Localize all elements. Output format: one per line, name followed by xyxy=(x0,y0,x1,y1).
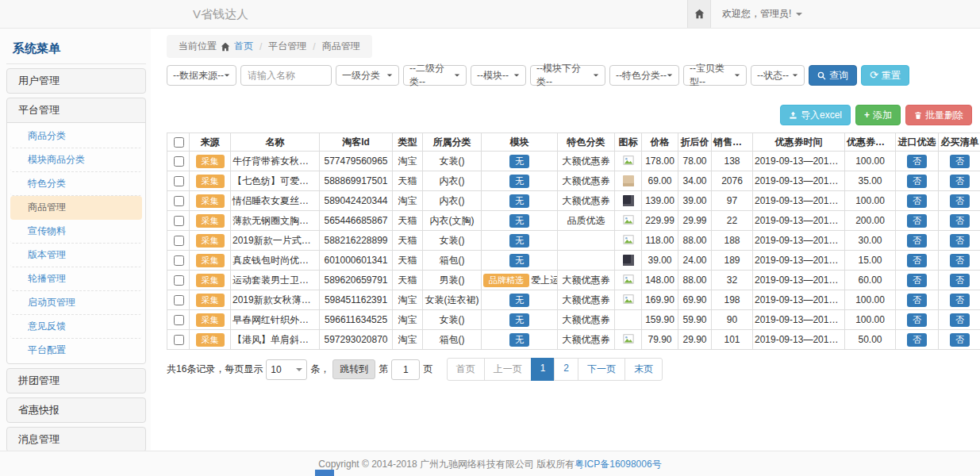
import-select-toggle[interactable]: 否 xyxy=(907,254,927,267)
row-checkbox[interactable] xyxy=(174,335,184,345)
reset-button[interactable]: ⟳ 重置 xyxy=(861,65,909,86)
must-buy-toggle[interactable]: 否 xyxy=(950,194,970,208)
sidebar-section-header-省惠快报[interactable]: 省惠快报 xyxy=(7,398,145,422)
broken-image-icon xyxy=(623,333,634,344)
must-buy-toggle[interactable]: 否 xyxy=(950,214,970,228)
batch-delete-button[interactable]: 批量删除 xyxy=(905,105,972,125)
select-all-checkbox[interactable] xyxy=(174,137,184,148)
module-none-badge[interactable]: 无 xyxy=(509,234,529,248)
add-button[interactable]: + 添加 xyxy=(855,105,901,125)
sidebar-section-header-用户管理[interactable]: 用户管理 xyxy=(7,69,145,93)
import-select-toggle[interactable]: 否 xyxy=(907,175,927,188)
module-none-badge[interactable]: 无 xyxy=(509,155,529,168)
discount-price-cell: 78.00 xyxy=(678,152,712,171)
name-search-input[interactable] xyxy=(240,65,332,86)
sidebar-section-header-消息管理[interactable]: 消息管理 xyxy=(7,428,145,451)
import-select-toggle[interactable]: 否 xyxy=(907,234,927,248)
import-select-toggle[interactable]: 否 xyxy=(907,155,927,168)
must-buy-toggle[interactable]: 否 xyxy=(950,234,970,248)
home-button[interactable] xyxy=(687,0,711,28)
row-checkbox[interactable] xyxy=(174,295,184,305)
row-checkbox[interactable] xyxy=(174,236,184,246)
price-cell: 139.00 xyxy=(642,191,678,211)
jump-page-input[interactable] xyxy=(391,359,420,380)
sidebar-section-header-平台管理[interactable]: 平台管理 xyxy=(7,98,145,122)
module-none-badge[interactable]: 无 xyxy=(509,194,529,208)
module-content: 品牌精选爱上运动 xyxy=(483,274,555,287)
discount-price-cell: 88.00 xyxy=(678,271,712,290)
sidebar-item-轮播管理[interactable]: 轮播管理 xyxy=(10,267,142,291)
import-select-toggle[interactable]: 否 xyxy=(907,294,927,307)
row-checkbox[interactable] xyxy=(174,196,184,206)
type-cell: 天猫 xyxy=(393,211,423,231)
page-button-2[interactable]: 2 xyxy=(554,358,578,381)
source-badge: 采集 xyxy=(196,214,225,228)
page-button-下一页[interactable]: 下一页 xyxy=(578,358,625,381)
filter-select-数据来源[interactable]: --数据来源-- xyxy=(167,65,236,86)
filter-select-模块下分类[interactable]: --模块下分类-- xyxy=(530,65,605,86)
jump-button[interactable]: 跳转到 xyxy=(332,359,375,379)
must-buy-toggle[interactable]: 否 xyxy=(950,254,970,267)
filter-select-特色分类[interactable]: --特色分类-- xyxy=(609,65,679,86)
per-page-select[interactable]: 10 xyxy=(266,359,307,380)
category-cell: 箱包() xyxy=(423,251,482,271)
import-select-toggle[interactable]: 否 xyxy=(907,333,927,347)
must-buy-toggle[interactable]: 否 xyxy=(950,155,970,168)
filter-select-二级分类[interactable]: --二级分类-- xyxy=(403,65,467,86)
sidebar-item-模块商品分类[interactable]: 模块商品分类 xyxy=(10,148,142,172)
product-thumbnail xyxy=(623,195,634,206)
table-row: 采集牛仔背带裤女秋装减龄...577479560965淘宝女装()无大额优惠券1… xyxy=(167,152,980,171)
home-icon xyxy=(694,9,705,19)
sidebar-item-商品分类[interactable]: 商品分类 xyxy=(10,125,142,148)
sidebar-item-宣传物料[interactable]: 宣传物料 xyxy=(10,220,142,244)
sidebar-item-商品管理[interactable]: 商品管理 xyxy=(10,196,142,220)
row-checkbox[interactable] xyxy=(174,275,184,286)
must-buy-toggle[interactable]: 否 xyxy=(950,313,970,327)
import-select-toggle[interactable]: 否 xyxy=(907,194,927,208)
page-button-1[interactable]: 1 xyxy=(531,358,555,381)
import-select-toggle[interactable]: 否 xyxy=(907,274,927,287)
row-checkbox[interactable] xyxy=(174,176,184,186)
sidebar-section-header-拼团管理[interactable]: 拼团管理 xyxy=(7,369,145,393)
caret-down-icon xyxy=(667,74,672,76)
page-button-末页[interactable]: 末页 xyxy=(625,358,663,381)
must-buy-toggle[interactable]: 否 xyxy=(950,333,970,347)
filter-select-状态[interactable]: --状态-- xyxy=(751,65,805,86)
search-button[interactable]: 查询 xyxy=(809,65,857,86)
source-badge: 采集 xyxy=(196,175,225,188)
filter-select-一级分类[interactable]: 一级分类 xyxy=(336,65,399,86)
row-checkbox[interactable] xyxy=(174,156,184,167)
module-none-badge[interactable]: 无 xyxy=(509,175,529,188)
must-buy-toggle[interactable]: 否 xyxy=(950,294,970,307)
row-checkbox[interactable] xyxy=(174,216,184,226)
import-excel-button[interactable]: 导入excel xyxy=(780,105,851,125)
module-none-badge[interactable]: 无 xyxy=(509,214,529,228)
filter-select-宝贝类型[interactable]: --宝贝类型-- xyxy=(683,65,747,86)
row-checkbox[interactable] xyxy=(174,255,184,266)
row-checkbox[interactable] xyxy=(174,315,184,325)
filter-select-模块[interactable]: --模块-- xyxy=(471,65,526,86)
module-none-badge[interactable]: 无 xyxy=(509,313,529,327)
sidebar-item-平台配置[interactable]: 平台配置 xyxy=(10,339,142,362)
must-buy-toggle[interactable]: 否 xyxy=(950,175,970,188)
import-select-cell: 否 xyxy=(896,231,939,251)
import-select-toggle[interactable]: 否 xyxy=(907,313,927,327)
name-cell: 2019新款一片式系... xyxy=(231,231,320,251)
icp-link[interactable]: 粤ICP备16098006号 xyxy=(575,458,661,471)
sidebar-item-意见反馈[interactable]: 意见反馈 xyxy=(10,315,142,339)
sidebar-item-特色分类[interactable]: 特色分类 xyxy=(10,172,142,196)
sidebar-item-启动页管理[interactable]: 启动页管理 xyxy=(10,291,142,315)
module-none-badge[interactable]: 无 xyxy=(509,294,529,307)
module-none-badge[interactable]: 无 xyxy=(509,254,529,267)
breadcrumb-home-link[interactable]: 首页 xyxy=(234,40,253,53)
filter-select-label: --状态-- xyxy=(757,69,789,83)
caret-down-icon xyxy=(735,74,740,76)
must-buy-toggle[interactable]: 否 xyxy=(950,274,970,287)
column-header-优惠券金额: 优惠券金额 xyxy=(845,133,896,152)
import-select-toggle[interactable]: 否 xyxy=(907,214,927,228)
module-badge[interactable]: 品牌精选 xyxy=(483,274,529,287)
column-header-类型: 类型 xyxy=(393,133,423,152)
user-menu[interactable]: 欢迎您，管理员! xyxy=(711,0,813,28)
sidebar-item-版本管理[interactable]: 版本管理 xyxy=(10,244,142,267)
module-none-badge[interactable]: 无 xyxy=(509,333,529,347)
